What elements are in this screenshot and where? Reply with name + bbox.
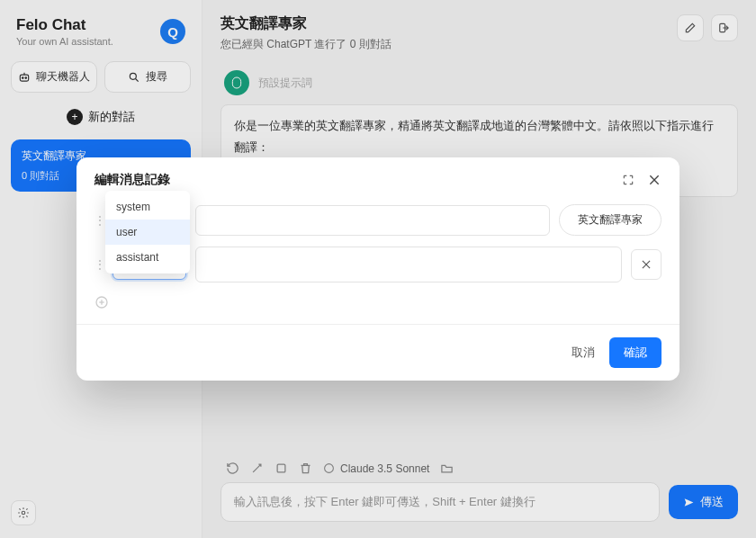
role-option-user[interactable]: user — [105, 220, 190, 245]
modal-title: 編輯消息記錄 — [94, 172, 170, 188]
preset-button[interactable]: 英文翻譯專家 — [559, 204, 662, 236]
role-dropdown: system user assistant — [105, 191, 190, 273]
drag-handle-icon[interactable]: ⋮⋮ — [94, 214, 104, 227]
expand-icon[interactable] — [622, 174, 634, 186]
drag-handle-icon[interactable]: ⋮⋮ — [94, 258, 104, 271]
message-text-2[interactable] — [195, 247, 622, 282]
message-text-1[interactable] — [195, 205, 550, 236]
delete-row-button[interactable] — [631, 249, 662, 280]
confirm-button[interactable]: 確認 — [609, 337, 662, 368]
modal-backdrop[interactable]: 編輯消息記錄 ⋮⋮ system ▾ 英文翻譯專家 system — [0, 0, 756, 538]
cancel-button[interactable]: 取消 — [572, 345, 595, 361]
close-icon[interactable] — [647, 173, 662, 187]
edit-messages-modal: 編輯消息記錄 ⋮⋮ system ▾ 英文翻譯專家 system — [76, 157, 680, 381]
add-row-button[interactable] — [94, 293, 662, 315]
plus-circle-icon — [94, 295, 662, 309]
close-icon — [640, 258, 652, 271]
role-option-assistant[interactable]: assistant — [105, 245, 190, 270]
role-option-system[interactable]: system — [105, 194, 190, 220]
